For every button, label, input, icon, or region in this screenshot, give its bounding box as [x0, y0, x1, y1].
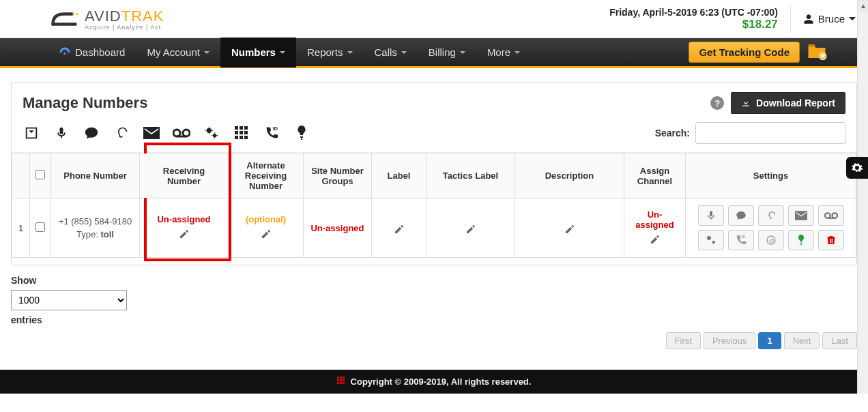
col-phone[interactable]: Phone Number: [51, 153, 140, 198]
phone-number: +1 (855) 584-9180: [57, 215, 134, 229]
tool-whisper-button[interactable]: [113, 124, 130, 142]
setting-callerid-button[interactable]: ID: [728, 230, 754, 250]
select-all-checkbox[interactable]: [35, 170, 45, 179]
page-next-button[interactable]: Next: [784, 332, 820, 349]
setting-record-button[interactable]: [698, 205, 724, 226]
svg-rect-30: [343, 379, 345, 381]
row-checkbox[interactable]: [35, 222, 45, 232]
setting-delete-button[interactable]: [818, 230, 844, 250]
nav-reports[interactable]: Reports: [296, 38, 364, 68]
entries-select[interactable]: 1000: [11, 290, 127, 310]
trash-icon: [826, 234, 837, 246]
svg-rect-25: [337, 377, 339, 379]
envelope-icon: [795, 211, 807, 220]
brand-text-1: AVID: [85, 8, 121, 25]
tool-callerid-button[interactable]: ID: [263, 124, 280, 142]
scroll-up-icon[interactable]: ▲: [858, 0, 868, 11]
nav-billing[interactable]: Billing: [418, 38, 476, 68]
phone-id-icon: ID: [735, 234, 747, 246]
nav-folder-button[interactable]: [807, 42, 827, 62]
svg-text:ID: ID: [273, 126, 278, 132]
col-select-all: [30, 153, 51, 198]
pencil-square-icon: [650, 234, 661, 245]
setting-greeting-button[interactable]: [728, 205, 754, 226]
channel-value: Un-assigned: [630, 209, 680, 230]
svg-rect-28: [337, 379, 339, 381]
col-alternate[interactable]: Alternate Receiving Number: [229, 153, 304, 198]
nav-numbers-label: Numbers: [231, 46, 276, 58]
setting-voicemail-button[interactable]: [818, 205, 844, 226]
page-last-button[interactable]: Last: [822, 332, 857, 349]
window-scrollbar[interactable]: ▲ ▼: [857, 0, 868, 394]
setting-spam-button[interactable]: @: [758, 230, 784, 250]
setting-advanced-button[interactable]: [698, 230, 724, 250]
svg-rect-11: [235, 131, 238, 134]
ear-icon: [115, 126, 128, 141]
col-label[interactable]: Label: [372, 153, 426, 198]
voicemail-icon: [824, 211, 838, 220]
tool-settings-button[interactable]: [203, 124, 220, 142]
tool-email-button[interactable]: [143, 124, 160, 142]
tool-grid-button[interactable]: [233, 124, 250, 142]
col-receiving[interactable]: Receiving Number: [140, 153, 229, 198]
setting-active-button[interactable]: [788, 230, 814, 250]
col-tactics[interactable]: Tactics Label: [426, 153, 515, 198]
floating-settings-button[interactable]: [846, 157, 868, 179]
get-tracking-code-button[interactable]: Get Tracking Code: [689, 42, 800, 63]
brand-logo[interactable]: AVIDTRAK Acquire | Analyze | Act: [48, 8, 164, 31]
grid-icon: [235, 126, 248, 140]
svg-rect-29: [340, 379, 342, 381]
edit-receiving-button[interactable]: [179, 229, 190, 241]
col-description[interactable]: Description: [515, 153, 624, 198]
col-channel[interactable]: Assign Channel: [624, 153, 686, 198]
tool-call-forward-button[interactable]: [23, 124, 40, 142]
edit-tactics-button[interactable]: [465, 224, 476, 237]
tool-mic-button[interactable]: [53, 124, 70, 142]
nav-calls[interactable]: Calls: [364, 38, 418, 68]
svg-rect-15: [240, 136, 243, 139]
col-site-groups[interactable]: Site Number Groups: [304, 153, 372, 198]
cell-channel: Un-assigned: [624, 198, 686, 258]
ear-icon: [766, 209, 776, 222]
col-settings[interactable]: Settings: [686, 153, 856, 198]
svg-rect-16: [244, 136, 248, 139]
svg-point-2: [64, 53, 66, 55]
setting-email-button[interactable]: [788, 205, 814, 226]
user-menu[interactable]: Bruce: [790, 5, 856, 33]
page-prev-button[interactable]: Previous: [704, 332, 756, 349]
download-icon: [741, 98, 751, 108]
row-index: 1: [12, 198, 30, 258]
nav-my-account[interactable]: My Account: [136, 38, 220, 68]
pencil-square-icon: [465, 224, 476, 235]
tool-bulb-button[interactable]: [293, 124, 310, 142]
pagination: First Previous 1 Next Last: [0, 325, 868, 349]
page-1-button[interactable]: 1: [758, 332, 781, 349]
speech-bubble-icon: [84, 126, 99, 141]
setting-whisper-button[interactable]: [758, 205, 784, 226]
tool-chat-button[interactable]: [83, 124, 100, 142]
download-report-label: Download Report: [756, 98, 835, 108]
nav-more[interactable]: More: [476, 38, 531, 68]
entries-label: entries: [11, 314, 857, 325]
chevron-down-icon: [347, 51, 353, 54]
lightbulb-icon: [797, 234, 805, 246]
nav-calls-label: Calls: [375, 46, 397, 58]
nav-my-account-label: My Account: [147, 46, 200, 58]
nav-numbers[interactable]: Numbers: [220, 38, 296, 68]
edit-channel-button[interactable]: [650, 234, 661, 247]
pencil-square-icon: [179, 229, 190, 239]
edit-alternate-button[interactable]: [261, 229, 272, 241]
alternate-value: (optional): [234, 214, 298, 224]
edit-description-button[interactable]: [564, 224, 575, 237]
nav-dashboard-label: Dashboard: [75, 46, 125, 58]
svg-point-20: [707, 236, 711, 240]
nav-dashboard[interactable]: Dashboard: [48, 38, 136, 68]
svg-point-1: [76, 13, 78, 15]
page-first-button[interactable]: First: [666, 332, 701, 349]
help-button[interactable]: ?: [710, 96, 724, 110]
tool-voicemail-button[interactable]: [173, 124, 190, 142]
download-report-button[interactable]: Download Report: [731, 92, 845, 114]
edit-label-button[interactable]: [394, 224, 405, 237]
search-input[interactable]: [695, 122, 845, 144]
header-datetime: Friday, April-5-2019 6:23 (UTC -07:00): [609, 7, 778, 18]
